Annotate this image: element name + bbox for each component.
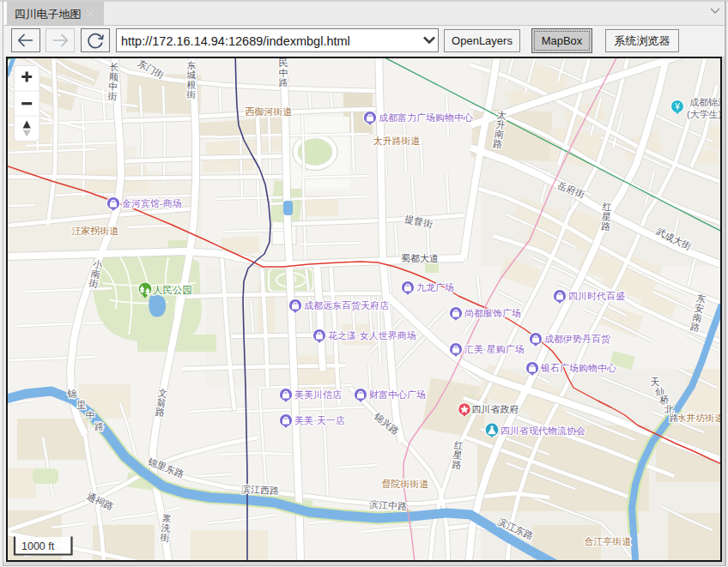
svg-text:滨江西路: 滨江西路 [241,484,279,496]
svg-text:财富中心广场: 财富中心广场 [369,389,426,400]
svg-text:1000 ft: 1000 ft [21,540,55,552]
svg-text:蜀都大道: 蜀都大道 [401,253,439,263]
svg-text:合江亭街道: 合江亭街道 [585,536,632,546]
svg-text:滨江中路: 滨江中路 [369,499,408,511]
svg-text:路: 路 [670,413,679,423]
svg-text:美美·天一店: 美美·天一店 [294,415,345,425]
svg-text:¥: ¥ [674,102,680,112]
svg-text:太升路街道: 太升路街道 [373,136,421,146]
svg-text:成都伊势丹百货: 成都伊势丹百货 [544,334,610,344]
svg-text:成都锦江: 成都锦江 [689,97,720,107]
svg-text:汪家拐街道: 汪家拐街道 [72,226,119,236]
svg-text:人民公园: 人民公园 [153,285,192,295]
svg-text:成都富力广场购物中心: 成都富力广场购物中心 [379,112,473,123]
svg-text:督院街街道: 督院街街道 [382,479,429,489]
svg-text:九龙广场: 九龙广场 [416,282,454,293]
svg-text:锦: 锦 [67,389,77,399]
svg-text:水井坊街道: 水井坊街道 [677,413,721,423]
svg-text:四川时代百盛: 四川时代百盛 [568,291,625,301]
svg-text:四川省政府: 四川省政府 [472,404,519,414]
svg-text:美美川信店: 美美川信店 [294,389,342,400]
svg-text:银石广场购物中心: 银石广场购物中心 [540,363,616,373]
svg-text:路: 路 [94,421,104,431]
svg-text:里: 里 [76,400,86,410]
svg-text:金河宾馆-商场: 金河宾馆-商场 [122,198,182,208]
svg-text:东城根街: 东城根街 [186,60,197,100]
svg-text:人民中路: 人民中路 [279,58,288,87]
svg-text:汇美·星购广场: 汇美·星购广场 [464,344,525,354]
svg-text:四川省现代物流协会: 四川省现代物流协会 [500,425,585,436]
svg-text:西御河街道: 西御河街道 [246,106,293,117]
svg-text:中: 中 [86,410,95,420]
svg-text:(大学生)宾: (大学生)宾 [687,109,720,119]
svg-text:尚都服饰广场: 尚都服饰广场 [464,308,521,318]
svg-text:成都远东百货天府店: 成都远东百货天府店 [304,300,389,311]
svg-text:花之漾·女人世界商场: 花之漾·女人世界商场 [328,330,416,341]
